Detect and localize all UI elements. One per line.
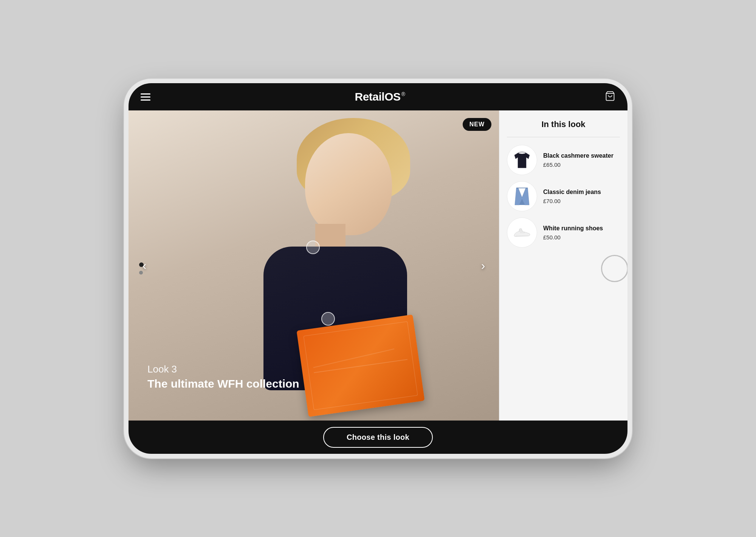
- shoes-icon: [513, 222, 531, 243]
- app-header: RetailOS®: [129, 83, 627, 110]
- product-thumb-shoes: [507, 217, 537, 248]
- app-name-sup: ®: [401, 91, 405, 97]
- product-list: Black cashmere sweater £65.00 Cla: [507, 145, 620, 248]
- menu-button[interactable]: [141, 93, 150, 101]
- product-info-shoes: White running shoes £50.00: [543, 225, 620, 241]
- panel-divider: [507, 137, 620, 137]
- look-caption: Look 3 The ultimate WFH collection: [147, 363, 299, 390]
- jeans-icon: [513, 186, 531, 207]
- look-title: The ultimate WFH collection: [147, 377, 299, 390]
- app-logo: RetailOS®: [355, 90, 400, 103]
- product-info-jeans: Classic denim jeans £70.00: [543, 188, 620, 204]
- prev-arrow-icon: ‹: [143, 259, 147, 273]
- home-button[interactable]: [601, 255, 627, 282]
- new-badge: NEW: [463, 118, 491, 131]
- look-number: Look 3: [147, 363, 299, 375]
- panel-title: In this look: [507, 120, 620, 129]
- app-name: RetailOS: [355, 90, 400, 103]
- product-thumb-sweater: [507, 145, 537, 175]
- product-name-jeans: Classic denim jeans: [543, 188, 620, 196]
- look-image-area: NEW ‹ › Look 3 The ultimate WFH collecti…: [129, 110, 499, 421]
- carousel-prev-button[interactable]: ‹: [136, 257, 153, 274]
- sweater-icon: [513, 150, 531, 171]
- product-item-shoes[interactable]: White running shoes £50.00: [507, 217, 620, 248]
- product-info-sweater: Black cashmere sweater £65.00: [543, 152, 620, 168]
- product-item-jeans[interactable]: Classic denim jeans £70.00: [507, 181, 620, 211]
- bottom-bar: Choose this look: [129, 421, 627, 454]
- product-name-shoes: White running shoes: [543, 225, 620, 233]
- next-arrow-icon: ›: [481, 259, 485, 273]
- main-content: NEW ‹ › Look 3 The ultimate WFH collecti…: [129, 110, 627, 421]
- product-price-jeans: £70.00: [543, 198, 620, 204]
- tablet-frame: RetailOS®: [129, 83, 627, 454]
- cart-button[interactable]: [605, 91, 615, 103]
- product-thumb-jeans: [507, 181, 537, 211]
- product-price-shoes: £50.00: [543, 234, 620, 241]
- product-price-sweater: £65.00: [543, 161, 620, 168]
- product-name-sweater: Black cashmere sweater: [543, 152, 620, 160]
- choose-look-button[interactable]: Choose this look: [323, 427, 433, 448]
- carousel-next-button[interactable]: ›: [475, 257, 491, 274]
- product-item-sweater[interactable]: Black cashmere sweater £65.00: [507, 145, 620, 175]
- product-hotspot-jeans[interactable]: [321, 312, 335, 326]
